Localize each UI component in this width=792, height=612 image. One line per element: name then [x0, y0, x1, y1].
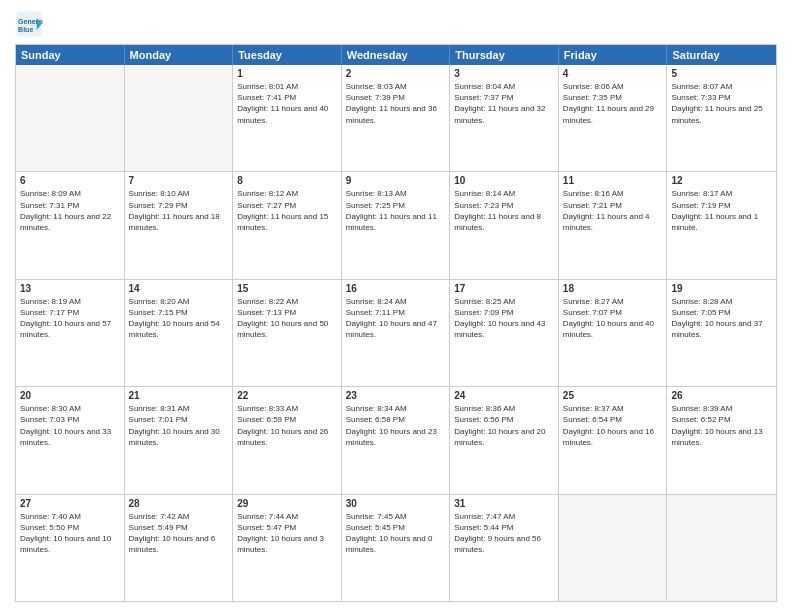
calendar-cell: 16Sunrise: 8:24 AM Sunset: 7:11 PM Dayli… — [342, 280, 451, 386]
weekday-header: Friday — [559, 45, 668, 65]
calendar-cell: 13Sunrise: 8:19 AM Sunset: 7:17 PM Dayli… — [16, 280, 125, 386]
day-info: Sunrise: 8:28 AM Sunset: 7:05 PM Dayligh… — [671, 296, 772, 341]
day-number: 14 — [129, 283, 229, 294]
calendar-cell: 11Sunrise: 8:16 AM Sunset: 7:21 PM Dayli… — [559, 172, 668, 278]
calendar: SundayMondayTuesdayWednesdayThursdayFrid… — [15, 44, 777, 602]
weekday-header: Monday — [125, 45, 234, 65]
day-info: Sunrise: 8:12 AM Sunset: 7:27 PM Dayligh… — [237, 188, 337, 233]
day-info: Sunrise: 8:14 AM Sunset: 7:23 PM Dayligh… — [454, 188, 554, 233]
day-info: Sunrise: 8:31 AM Sunset: 7:01 PM Dayligh… — [129, 403, 229, 448]
day-info: Sunrise: 8:37 AM Sunset: 6:54 PM Dayligh… — [563, 403, 663, 448]
calendar-cell: 22Sunrise: 8:33 AM Sunset: 6:59 PM Dayli… — [233, 387, 342, 493]
calendar-cell — [667, 495, 776, 601]
day-number: 21 — [129, 390, 229, 401]
day-number: 9 — [346, 175, 446, 186]
day-info: Sunrise: 8:30 AM Sunset: 7:03 PM Dayligh… — [20, 403, 120, 448]
calendar-body: 1Sunrise: 8:01 AM Sunset: 7:41 PM Daylig… — [16, 65, 776, 601]
day-number: 25 — [563, 390, 663, 401]
day-number: 16 — [346, 283, 446, 294]
calendar-cell: 6Sunrise: 8:09 AM Sunset: 7:31 PM Daylig… — [16, 172, 125, 278]
day-info: Sunrise: 8:20 AM Sunset: 7:15 PM Dayligh… — [129, 296, 229, 341]
calendar-row: 27Sunrise: 7:40 AM Sunset: 5:50 PM Dayli… — [16, 494, 776, 601]
calendar-cell: 25Sunrise: 8:37 AM Sunset: 6:54 PM Dayli… — [559, 387, 668, 493]
calendar-cell: 18Sunrise: 8:27 AM Sunset: 7:07 PM Dayli… — [559, 280, 668, 386]
calendar-cell — [125, 65, 234, 171]
calendar-header: SundayMondayTuesdayWednesdayThursdayFrid… — [16, 45, 776, 65]
calendar-cell: 23Sunrise: 8:34 AM Sunset: 6:58 PM Dayli… — [342, 387, 451, 493]
calendar-row: 20Sunrise: 8:30 AM Sunset: 7:03 PM Dayli… — [16, 386, 776, 493]
day-number: 19 — [671, 283, 772, 294]
day-info: Sunrise: 8:19 AM Sunset: 7:17 PM Dayligh… — [20, 296, 120, 341]
day-info: Sunrise: 8:07 AM Sunset: 7:33 PM Dayligh… — [671, 81, 772, 126]
calendar-cell: 4Sunrise: 8:06 AM Sunset: 7:35 PM Daylig… — [559, 65, 668, 171]
day-info: Sunrise: 8:27 AM Sunset: 7:07 PM Dayligh… — [563, 296, 663, 341]
calendar-cell: 20Sunrise: 8:30 AM Sunset: 7:03 PM Dayli… — [16, 387, 125, 493]
day-number: 12 — [671, 175, 772, 186]
day-info: Sunrise: 8:17 AM Sunset: 7:19 PM Dayligh… — [671, 188, 772, 233]
calendar-row: 6Sunrise: 8:09 AM Sunset: 7:31 PM Daylig… — [16, 171, 776, 278]
calendar-cell: 12Sunrise: 8:17 AM Sunset: 7:19 PM Dayli… — [667, 172, 776, 278]
day-info: Sunrise: 8:33 AM Sunset: 6:59 PM Dayligh… — [237, 403, 337, 448]
day-number: 17 — [454, 283, 554, 294]
day-number: 2 — [346, 68, 446, 79]
day-info: Sunrise: 8:25 AM Sunset: 7:09 PM Dayligh… — [454, 296, 554, 341]
day-info: Sunrise: 8:24 AM Sunset: 7:11 PM Dayligh… — [346, 296, 446, 341]
calendar-cell: 10Sunrise: 8:14 AM Sunset: 7:23 PM Dayli… — [450, 172, 559, 278]
calendar-cell: 28Sunrise: 7:42 AM Sunset: 5:49 PM Dayli… — [125, 495, 234, 601]
calendar-cell — [16, 65, 125, 171]
day-info: Sunrise: 8:01 AM Sunset: 7:41 PM Dayligh… — [237, 81, 337, 126]
day-info: Sunrise: 8:16 AM Sunset: 7:21 PM Dayligh… — [563, 188, 663, 233]
day-number: 18 — [563, 283, 663, 294]
header: General Blue — [15, 10, 777, 38]
calendar-cell: 15Sunrise: 8:22 AM Sunset: 7:13 PM Dayli… — [233, 280, 342, 386]
calendar-cell — [559, 495, 668, 601]
calendar-cell: 24Sunrise: 8:36 AM Sunset: 6:56 PM Dayli… — [450, 387, 559, 493]
calendar-cell: 1Sunrise: 8:01 AM Sunset: 7:41 PM Daylig… — [233, 65, 342, 171]
calendar-cell: 9Sunrise: 8:13 AM Sunset: 7:25 PM Daylig… — [342, 172, 451, 278]
day-number: 23 — [346, 390, 446, 401]
calendar-row: 13Sunrise: 8:19 AM Sunset: 7:17 PM Dayli… — [16, 279, 776, 386]
calendar-cell: 3Sunrise: 8:04 AM Sunset: 7:37 PM Daylig… — [450, 65, 559, 171]
calendar-cell: 17Sunrise: 8:25 AM Sunset: 7:09 PM Dayli… — [450, 280, 559, 386]
logo-icon: General Blue — [15, 10, 43, 38]
day-number: 3 — [454, 68, 554, 79]
weekday-header: Thursday — [450, 45, 559, 65]
day-info: Sunrise: 8:34 AM Sunset: 6:58 PM Dayligh… — [346, 403, 446, 448]
day-number: 8 — [237, 175, 337, 186]
day-info: Sunrise: 8:03 AM Sunset: 7:39 PM Dayligh… — [346, 81, 446, 126]
calendar-cell: 26Sunrise: 8:39 AM Sunset: 6:52 PM Dayli… — [667, 387, 776, 493]
day-number: 6 — [20, 175, 120, 186]
calendar-cell: 8Sunrise: 8:12 AM Sunset: 7:27 PM Daylig… — [233, 172, 342, 278]
calendar-cell: 21Sunrise: 8:31 AM Sunset: 7:01 PM Dayli… — [125, 387, 234, 493]
calendar-cell: 5Sunrise: 8:07 AM Sunset: 7:33 PM Daylig… — [667, 65, 776, 171]
calendar-cell: 27Sunrise: 7:40 AM Sunset: 5:50 PM Dayli… — [16, 495, 125, 601]
day-number: 1 — [237, 68, 337, 79]
calendar-cell: 19Sunrise: 8:28 AM Sunset: 7:05 PM Dayli… — [667, 280, 776, 386]
day-number: 10 — [454, 175, 554, 186]
day-info: Sunrise: 7:45 AM Sunset: 5:45 PM Dayligh… — [346, 511, 446, 556]
day-number: 27 — [20, 498, 120, 509]
calendar-cell: 29Sunrise: 7:44 AM Sunset: 5:47 PM Dayli… — [233, 495, 342, 601]
day-info: Sunrise: 8:04 AM Sunset: 7:37 PM Dayligh… — [454, 81, 554, 126]
day-number: 26 — [671, 390, 772, 401]
day-number: 13 — [20, 283, 120, 294]
day-info: Sunrise: 7:42 AM Sunset: 5:49 PM Dayligh… — [129, 511, 229, 556]
day-number: 22 — [237, 390, 337, 401]
day-number: 20 — [20, 390, 120, 401]
day-info: Sunrise: 8:09 AM Sunset: 7:31 PM Dayligh… — [20, 188, 120, 233]
calendar-cell: 31Sunrise: 7:47 AM Sunset: 5:44 PM Dayli… — [450, 495, 559, 601]
calendar-cell: 7Sunrise: 8:10 AM Sunset: 7:29 PM Daylig… — [125, 172, 234, 278]
day-number: 29 — [237, 498, 337, 509]
day-number: 15 — [237, 283, 337, 294]
calendar-row: 1Sunrise: 8:01 AM Sunset: 7:41 PM Daylig… — [16, 65, 776, 171]
svg-text:Blue: Blue — [18, 26, 33, 33]
day-info: Sunrise: 8:13 AM Sunset: 7:25 PM Dayligh… — [346, 188, 446, 233]
day-number: 24 — [454, 390, 554, 401]
day-number: 28 — [129, 498, 229, 509]
day-number: 7 — [129, 175, 229, 186]
calendar-cell: 14Sunrise: 8:20 AM Sunset: 7:15 PM Dayli… — [125, 280, 234, 386]
day-info: Sunrise: 8:06 AM Sunset: 7:35 PM Dayligh… — [563, 81, 663, 126]
calendar-cell: 2Sunrise: 8:03 AM Sunset: 7:39 PM Daylig… — [342, 65, 451, 171]
weekday-header: Wednesday — [342, 45, 451, 65]
day-number: 11 — [563, 175, 663, 186]
